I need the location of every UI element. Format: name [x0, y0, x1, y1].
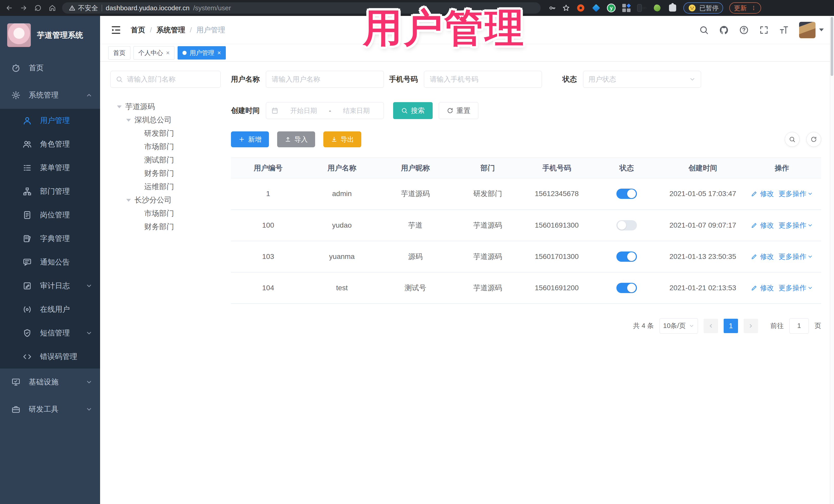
puzzle-extension-icon[interactable]	[668, 3, 677, 13]
goto-page-input[interactable]	[789, 318, 809, 334]
user-menu[interactable]	[799, 22, 824, 38]
ubuntu-extension-icon[interactable]	[576, 3, 585, 13]
page-size-select[interactable]: 10条/页	[659, 318, 698, 334]
sidebar-item-dept-mgmt[interactable]: 部门管理	[0, 180, 100, 203]
scrollbar-thumb[interactable]	[831, 17, 833, 76]
mobile-field[interactable]	[424, 71, 542, 88]
status-toggle[interactable]	[616, 220, 637, 231]
password-key-icon[interactable]	[548, 4, 556, 12]
breadcrumb-system[interactable]: 系统管理	[156, 25, 185, 35]
edit-link[interactable]: 修改	[760, 283, 774, 292]
edit-link[interactable]: 修改	[760, 252, 774, 261]
search-icon[interactable]	[699, 25, 709, 35]
forward-icon[interactable]	[19, 3, 28, 13]
tree-node-leaf[interactable]: 财务部门	[110, 167, 221, 180]
sidebar-item-infrastructure[interactable]: 基础设施	[0, 369, 100, 396]
status-toggle[interactable]	[616, 189, 637, 199]
help-icon[interactable]	[739, 25, 749, 35]
tree-node-leaf[interactable]: 运维部门	[110, 180, 221, 194]
tree-node-branch[interactable]: 长沙分公司	[110, 194, 221, 207]
back-icon[interactable]	[5, 3, 14, 13]
tree-node-root[interactable]: 芋道源码	[110, 100, 221, 113]
more-actions-link[interactable]: 更多操作	[778, 283, 813, 292]
tab-profile[interactable]: 个人中心 ×	[133, 46, 175, 60]
app-logo-row[interactable]: 芋道管理系统	[0, 16, 100, 54]
gem-extension-icon[interactable]	[592, 3, 601, 13]
sidebar-item-sms-mgmt[interactable]: 短信管理	[0, 321, 100, 345]
chevron-down-icon	[689, 76, 696, 83]
more-actions-link[interactable]: 更多操作	[778, 252, 813, 261]
grid-extension-icon[interactable]	[622, 3, 631, 13]
switch-on-extension-icon[interactable]: on	[637, 3, 646, 13]
sidebar-item-system[interactable]: 系统管理	[0, 82, 100, 109]
sidebar-item-post-mgmt[interactable]: 岗位管理	[0, 203, 100, 227]
col-user-id: 用户编号	[231, 158, 305, 178]
profile-paused-chip[interactable]: 已暂停	[683, 2, 723, 14]
shield-check-icon	[23, 328, 32, 338]
tab-user-mgmt[interactable]: 用户管理 ×	[178, 46, 226, 60]
sidebar-collapse-icon[interactable]	[110, 24, 122, 36]
announcement-icon	[23, 258, 32, 267]
status-select[interactable]: 用户状态	[583, 71, 701, 88]
home-icon[interactable]	[48, 3, 57, 13]
sidebar-item-dict-mgmt[interactable]: 字典管理	[0, 227, 100, 250]
sidebar-item-user-mgmt[interactable]: 用户管理	[0, 109, 100, 132]
sidebar-item-role-mgmt[interactable]: 角色管理	[0, 132, 100, 156]
edit-link[interactable]: 修改	[760, 189, 774, 198]
tree-node-leaf[interactable]: 测试部门	[110, 153, 221, 167]
tree-node-leaf[interactable]: 财务部门	[110, 220, 221, 234]
toggle-search-button[interactable]	[785, 132, 799, 147]
page-scrollbar[interactable]	[830, 16, 834, 504]
browser-update-button[interactable]: 更新	[729, 2, 761, 14]
search-button[interactable]: 搜索	[393, 102, 433, 119]
username-field[interactable]	[266, 71, 384, 88]
mobile-input[interactable]	[429, 75, 536, 84]
dept-search-input[interactable]	[127, 75, 215, 84]
sidebar-item-online-users[interactable]: 在线用户	[0, 298, 100, 321]
font-size-icon[interactable]	[779, 25, 789, 35]
dept-search-box[interactable]	[110, 71, 221, 88]
close-icon[interactable]: ×	[217, 50, 221, 56]
close-icon[interactable]: ×	[166, 50, 170, 56]
breadcrumb-home[interactable]: 首页	[131, 25, 145, 35]
sidebar-item-audit-log[interactable]: 审计日志	[0, 274, 100, 298]
status-toggle[interactable]	[616, 251, 637, 262]
tab-home[interactable]: 首页	[108, 46, 130, 60]
edit-link[interactable]: 修改	[760, 221, 774, 230]
caret-down-icon[interactable]	[126, 199, 131, 202]
y-extension-icon[interactable]: y	[607, 4, 616, 12]
more-actions-link[interactable]: 更多操作	[778, 189, 813, 198]
reset-button[interactable]: 重置	[439, 102, 478, 119]
reload-icon[interactable]	[34, 3, 43, 13]
page-number-active[interactable]: 1	[724, 319, 738, 333]
github-icon[interactable]	[719, 25, 729, 35]
export-button[interactable]: 导出	[323, 131, 361, 147]
fullscreen-icon[interactable]	[759, 25, 769, 35]
tree-node-leaf[interactable]: 市场部门	[110, 140, 221, 153]
refresh-table-button[interactable]	[806, 132, 821, 147]
more-actions-link[interactable]: 更多操作	[778, 221, 813, 230]
table-row: 1 admin 芋道源码 研发部门 15612345678 2021-01-05…	[231, 178, 821, 210]
tree-node-leaf[interactable]: 研发部门	[110, 127, 221, 140]
tree-node-leaf[interactable]: 市场部门	[110, 207, 221, 220]
chevron-down-icon	[807, 191, 813, 197]
sidebar-item-dev-tools[interactable]: 研发工具	[0, 396, 100, 423]
sidebar-item-menu-mgmt[interactable]: 菜单管理	[0, 156, 100, 180]
leaf-extension-icon[interactable]	[653, 3, 662, 13]
next-page-button[interactable]	[744, 319, 758, 333]
tree-node-branch[interactable]: 深圳总公司	[110, 113, 221, 127]
caret-down-icon[interactable]	[126, 119, 131, 122]
username-input[interactable]	[271, 75, 378, 84]
add-button[interactable]: 新增	[231, 131, 269, 147]
sidebar-item-errcode-mgmt[interactable]: 错误码管理	[0, 345, 100, 369]
not-secure-warning[interactable]: 不安全	[69, 4, 98, 13]
status-toggle[interactable]	[616, 283, 637, 293]
date-range-picker[interactable]: 开始日期 - 结束日期	[266, 102, 384, 119]
prev-page-button[interactable]	[704, 319, 718, 333]
import-button[interactable]: 导入	[277, 131, 315, 147]
sidebar-item-notice[interactable]: 通知公告	[0, 250, 100, 274]
bookmark-star-icon[interactable]	[562, 4, 570, 12]
sidebar-item-home[interactable]: 首页	[0, 54, 100, 82]
search-icon	[789, 136, 795, 143]
caret-down-icon[interactable]	[117, 106, 122, 108]
